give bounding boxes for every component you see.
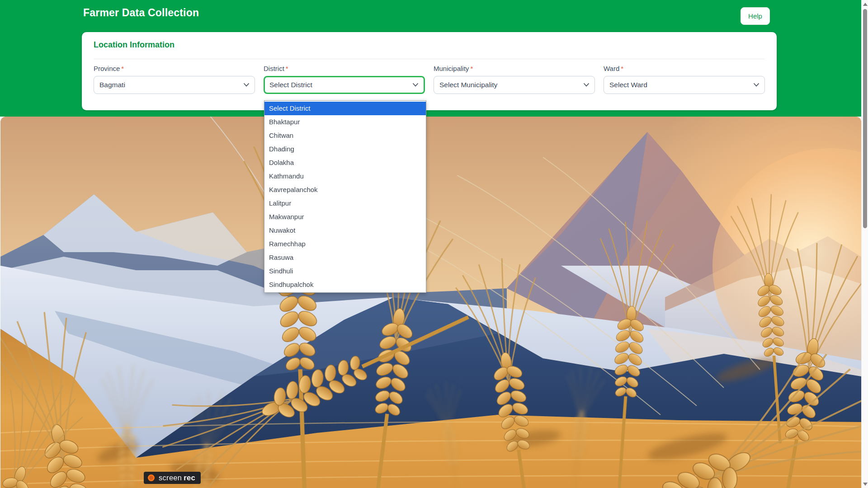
arrow-up-icon	[863, 3, 868, 6]
required-asterisk: *	[621, 65, 623, 72]
watermark-text-rec: rec	[184, 474, 195, 482]
required-asterisk: *	[121, 65, 124, 72]
watermark-text: screen	[159, 474, 182, 482]
required-asterisk: *	[286, 65, 288, 72]
province-select[interactable]: Bagmati	[94, 76, 255, 94]
required-asterisk: *	[470, 65, 473, 72]
district-option[interactable]: Select District	[264, 102, 426, 115]
field-ward: Ward* Select Ward	[604, 65, 765, 94]
section-divider	[94, 59, 765, 59]
ward-label: Ward*	[604, 65, 765, 72]
field-province: Province* Bagmati	[94, 65, 255, 94]
district-option[interactable]: Bhaktapur	[264, 115, 426, 129]
district-select-value: Select District	[269, 81, 312, 89]
location-card: Location Information Province* Bagmati D…	[82, 32, 777, 110]
ward-select[interactable]: Select Ward	[604, 76, 765, 94]
district-option[interactable]: Dhading	[264, 142, 426, 156]
scrollbar	[861, 0, 868, 488]
district-option[interactable]: Dolakha	[264, 156, 426, 169]
chevron-down-icon	[413, 83, 418, 87]
help-button[interactable]: Help	[741, 7, 770, 25]
district-option[interactable]: Lalitpur	[264, 197, 426, 210]
chevron-down-icon	[754, 83, 759, 87]
field-municipality: Municipality* Select Municipality	[434, 65, 595, 94]
district-option[interactable]: Rasuwa	[264, 251, 426, 264]
chevron-down-icon	[584, 83, 589, 87]
province-label: Province*	[94, 65, 255, 72]
district-option[interactable]: Ramechhap	[264, 237, 426, 251]
district-option[interactable]: Makwanpur	[264, 210, 426, 224]
field-district: District* Select District	[264, 65, 425, 94]
page-title: Farmer Data Collection	[83, 7, 199, 19]
district-option[interactable]: Kathmandu	[264, 169, 426, 183]
chevron-down-icon	[244, 83, 249, 87]
fields-grid: Province* Bagmati District* Select Distr…	[94, 65, 765, 94]
section-title: Location Information	[94, 40, 175, 50]
district-label: District*	[264, 65, 425, 72]
page: Farmer Data Collection Help	[0, 0, 868, 488]
mountain-wheat-illustration	[0, 117, 861, 488]
district-options: Select DistrictBhaktapurChitwanDhadingDo…	[264, 100, 426, 293]
district-option[interactable]: Sindhupalchok	[264, 278, 426, 291]
province-select-value: Bagmati	[99, 81, 125, 89]
municipality-select[interactable]: Select Municipality	[434, 76, 595, 94]
arrow-down-icon	[863, 483, 868, 486]
district-option[interactable]: Kavrepalanchok	[264, 183, 426, 197]
district-option[interactable]: Sindhuli	[264, 264, 426, 278]
district-option[interactable]: Chitwan	[264, 129, 426, 142]
scroll-up-button[interactable]	[862, 1, 868, 7]
district-option[interactable]: Nuwakot	[264, 224, 426, 237]
district-select[interactable]: Select District	[264, 76, 425, 94]
municipality-label: Municipality*	[434, 65, 595, 72]
ward-select-value: Select Ward	[609, 81, 647, 89]
scroll-down-button[interactable]	[862, 481, 868, 487]
record-icon	[148, 474, 155, 481]
scrollbar-thumb[interactable]	[863, 9, 867, 228]
screenrec-watermark: screen rec	[144, 472, 201, 484]
municipality-select-value: Select Municipality	[439, 81, 497, 89]
hero-photo	[0, 117, 861, 488]
